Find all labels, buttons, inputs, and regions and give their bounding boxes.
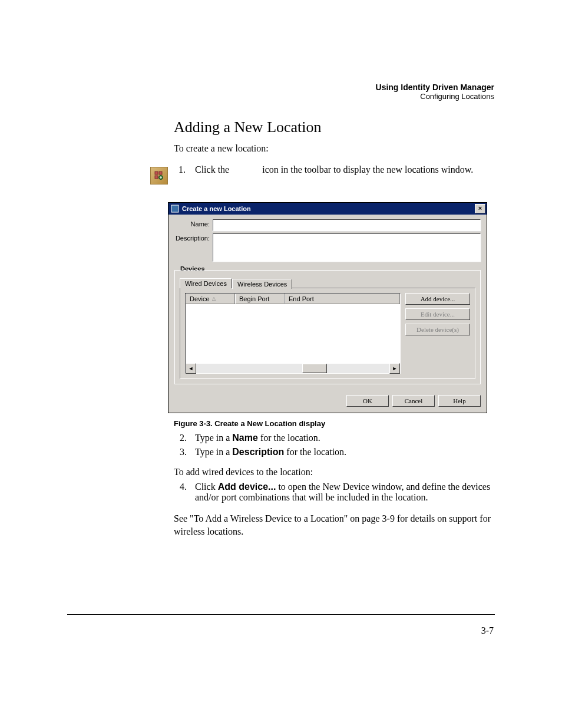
step-2-number: 2.	[174, 433, 187, 443]
create-location-dialog: Create a new Location × Name: Descriptio…	[168, 202, 487, 413]
ok-button[interactable]: OK	[346, 395, 389, 407]
description-label: Description:	[174, 233, 213, 242]
svg-rect-0	[155, 172, 158, 174]
new-location-toolbar-icon	[150, 167, 168, 185]
step-2-text: Type in a Name for the location.	[195, 433, 494, 443]
edit-device-button[interactable]: Edit device...	[405, 308, 470, 320]
svg-rect-2	[155, 176, 158, 179]
close-button[interactable]: ×	[475, 204, 485, 213]
tab-wireless-devices[interactable]: Wireless Devices	[232, 279, 292, 289]
running-header-title: Using Identity Driven Manager	[68, 83, 494, 92]
step-3-text: Type in a Description for the location.	[195, 447, 494, 457]
svg-rect-1	[159, 172, 162, 174]
horizontal-scrollbar[interactable]: ◄ ►	[186, 364, 400, 373]
name-input[interactable]	[213, 219, 481, 231]
step-1-text: 1. Click the icon in the toolbar to disp…	[178, 164, 494, 175]
name-label: Name:	[174, 219, 213, 228]
section-heading: Adding a New Location	[174, 118, 494, 136]
tab-wired-devices[interactable]: Wired Devices	[180, 278, 232, 288]
running-header-subtitle: Configuring Locations	[68, 92, 494, 101]
page-number: 3-7	[0, 625, 494, 636]
scroll-left-button[interactable]: ◄	[186, 363, 196, 374]
cancel-button[interactable]: Cancel	[392, 395, 435, 407]
delete-device-button[interactable]: Delete device(s)	[405, 324, 470, 335]
step-4-text: Click Add device... to open the New Devi…	[195, 482, 494, 503]
dialog-title: Create a new Location	[182, 205, 475, 212]
description-input[interactable]	[213, 233, 481, 262]
cross-reference-text: See "To Add a Wireless Device to a Locat…	[174, 512, 494, 538]
svg-rect-6	[171, 205, 178, 212]
dialog-app-icon	[171, 205, 179, 213]
scroll-thumb[interactable]	[302, 364, 327, 373]
wired-intro-text: To add wired devices to the location:	[174, 466, 494, 479]
add-device-button[interactable]: Add device...	[405, 293, 470, 305]
help-button[interactable]: Help	[438, 395, 481, 407]
col-header-device[interactable]: Device△	[186, 294, 235, 304]
step-3-number: 3.	[174, 447, 187, 457]
col-header-begin-port[interactable]: Begin Port	[235, 294, 285, 304]
scroll-right-button[interactable]: ►	[389, 363, 400, 374]
devices-table[interactable]: Device△ Begin Port End Port ◄ ►	[185, 293, 401, 374]
step-1-number: 1.	[178, 164, 186, 174]
sort-asc-icon: △	[212, 296, 216, 301]
figure-caption: Figure 3-3. Create a New Location displa…	[174, 419, 494, 428]
step-4-number: 4.	[174, 482, 187, 503]
footer-rule	[67, 614, 495, 615]
intro-text: To create a new location:	[174, 142, 494, 155]
col-header-end-port[interactable]: End Port	[285, 294, 400, 304]
dialog-titlebar[interactable]: Create a new Location ×	[168, 203, 487, 215]
